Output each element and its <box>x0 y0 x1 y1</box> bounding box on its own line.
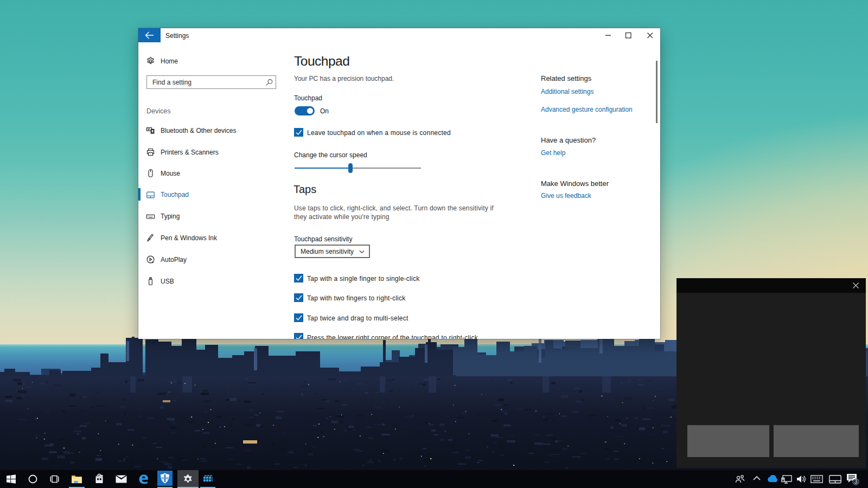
svg-text:3: 3 <box>854 479 858 485</box>
